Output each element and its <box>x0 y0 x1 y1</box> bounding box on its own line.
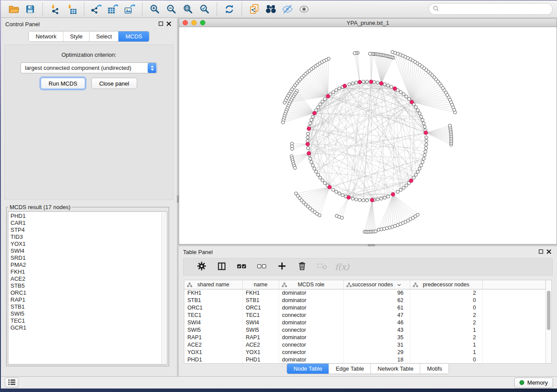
splitter-handle[interactable] <box>177 196 179 203</box>
table-row[interactable]: RAP1RAP1dominator352 <box>184 334 546 341</box>
table-row[interactable]: TEC1TEC1connector472 <box>184 311 546 319</box>
open-session-button[interactable] <box>5 2 22 16</box>
cell-shared_name: SWI4 <box>184 319 242 326</box>
mcds-result-item[interactable]: ACE2 <box>10 275 167 282</box>
memory-status-icon <box>519 380 524 385</box>
table-row[interactable]: SWI5SWI5connector431 <box>184 326 546 334</box>
tab-network[interactable]: Network <box>29 31 63 41</box>
table-tab-network-table[interactable]: Network Table <box>370 364 420 374</box>
toolbar-separator <box>42 3 43 16</box>
mcds-result-item[interactable]: FKH1 <box>10 268 167 275</box>
cell-filler <box>482 311 546 319</box>
tab-style[interactable]: Style <box>63 31 89 41</box>
table-row[interactable]: FKH1FKH1dominator962 <box>184 289 546 296</box>
cell-shared_name: FKH1 <box>184 289 242 296</box>
mcds-result-item[interactable]: TID3 <box>10 234 167 241</box>
close-icon <box>166 21 171 28</box>
first-neighbors-button[interactable] <box>263 2 279 16</box>
mcds-result-item[interactable]: STP4 <box>10 227 167 234</box>
mcds-list-scrollbar[interactable] <box>161 212 166 364</box>
new-network-from-selection-button[interactable] <box>246 2 263 16</box>
zoom-selected-button[interactable] <box>196 2 213 16</box>
import-table-button[interactable] <box>63 2 80 16</box>
table-scrollbar-thumb[interactable] <box>547 291 550 330</box>
search-input[interactable] <box>442 6 548 12</box>
mcds-result-list[interactable]: PHD1CAR1STP4TID3YOX1SWI4SRD1PMA2FKH1ACE2… <box>8 211 167 364</box>
tab-mcds[interactable]: MCDS <box>118 31 149 41</box>
cell-filler <box>482 334 546 341</box>
mcds-result-item[interactable]: YOX1 <box>10 241 167 248</box>
cell-name: TEC1 <box>242 311 279 319</box>
memory-button[interactable]: Memory <box>514 378 553 388</box>
float-table-panel-button[interactable] <box>537 248 545 255</box>
network-graph-svg[interactable] <box>179 27 557 244</box>
import-network-icon <box>50 4 60 14</box>
mcds-result-item[interactable]: SWI4 <box>10 248 167 254</box>
close-table-panel-button[interactable] <box>545 248 553 255</box>
mcds-result-item[interactable]: SWI5 <box>10 310 167 317</box>
table-row[interactable]: YOX1YOX1connector291 <box>184 348 546 356</box>
export-image-button[interactable] <box>121 2 138 16</box>
column-header-successor-nodes[interactable]: successor nodes <box>343 280 410 289</box>
zoom-selected-icon <box>199 4 210 14</box>
export-table-button[interactable] <box>105 2 121 16</box>
column-header-shared-name[interactable]: shared name <box>184 280 242 289</box>
mcds-result-item[interactable]: STB1 <box>10 303 167 310</box>
zoom-fit-button[interactable] <box>180 2 196 16</box>
control-panel-title: Control Panel <box>5 21 40 28</box>
add-column-button[interactable] <box>272 259 292 274</box>
deselect-all-rows-button[interactable] <box>252 259 272 274</box>
run-mcds-button[interactable]: Run MCDS <box>41 78 85 89</box>
split-view-button[interactable] <box>211 259 232 274</box>
close-panel-button[interactable] <box>165 21 173 28</box>
table-tab-motifs[interactable]: Motifs <box>420 364 449 374</box>
save-session-button[interactable] <box>22 2 38 16</box>
float-panel-button[interactable] <box>157 21 165 28</box>
column-header-mcds-role[interactable]: MCDS role <box>279 280 343 289</box>
table-tab-node-table[interactable]: Node Table <box>287 364 329 374</box>
table-scrollbar[interactable] <box>546 280 551 363</box>
hide-selected-button[interactable] <box>279 2 296 16</box>
mcds-result-item[interactable]: RAP1 <box>10 296 167 303</box>
table-settings-button[interactable] <box>191 259 211 274</box>
refresh-network-button[interactable] <box>221 2 238 16</box>
close-mcds-panel-button[interactable]: Close panel <box>91 78 137 89</box>
table-tab-edge-table[interactable]: Edge Table <box>329 364 370 374</box>
mcds-result-item[interactable]: SRD1 <box>10 254 167 261</box>
cell-predecessor_nodes: 0 <box>410 356 482 363</box>
mcds-result-item[interactable]: STB5 <box>10 282 167 289</box>
column-header-name[interactable]: name <box>242 280 279 289</box>
table-toolbar: f(x) <box>183 258 553 275</box>
zoom-in-button[interactable] <box>146 2 163 16</box>
zoom-out-button[interactable] <box>163 2 180 16</box>
cell-shared_name: ACE2 <box>184 341 242 348</box>
table-row[interactable]: ACE2ACE2connector311 <box>184 341 546 348</box>
mcds-result-item[interactable]: GCR1 <box>10 324 167 331</box>
table-row[interactable]: ORC1ORC1dominator610 <box>184 304 546 311</box>
mcds-result-item[interactable]: ORC1 <box>10 289 167 296</box>
select-all-rows-button[interactable] <box>232 259 252 274</box>
memory-label: Memory <box>527 379 548 386</box>
desktop-wallpaper: Control Panel NetworkStyleSelectMCDS Opt… <box>0 0 557 392</box>
mcds-result-item[interactable]: PHD1 <box>10 213 167 220</box>
select-all-rows-icon <box>237 263 246 271</box>
toolbar-separator <box>142 3 142 16</box>
delete-column-button[interactable] <box>292 259 312 274</box>
network-canvas[interactable] <box>179 27 557 244</box>
mcds-result-item[interactable]: PMA2 <box>10 261 167 268</box>
export-network-button[interactable] <box>88 2 105 16</box>
cell-predecessor_nodes: 1 <box>410 341 482 348</box>
table-row[interactable]: PHD1PHD1dominator180 <box>184 356 546 363</box>
column-header-predecessor-nodes[interactable]: predecessor nodes <box>410 280 482 289</box>
search-box[interactable] <box>429 3 553 15</box>
task-history-button[interactable] <box>5 378 18 388</box>
criterion-dropdown[interactable]: largest connected component (undirected) <box>21 62 157 73</box>
toolbar-separator <box>242 3 242 16</box>
table-row[interactable]: STB1STB1dominator620 <box>184 296 546 304</box>
table-row[interactable]: SWI4SWI4dominator462 <box>184 319 546 326</box>
show-all-button[interactable] <box>296 2 312 16</box>
tab-select[interactable]: Select <box>89 31 118 41</box>
mcds-result-item[interactable]: CAR1 <box>10 220 167 227</box>
mcds-result-item[interactable]: TEC1 <box>10 317 167 324</box>
import-network-button[interactable] <box>47 2 63 16</box>
